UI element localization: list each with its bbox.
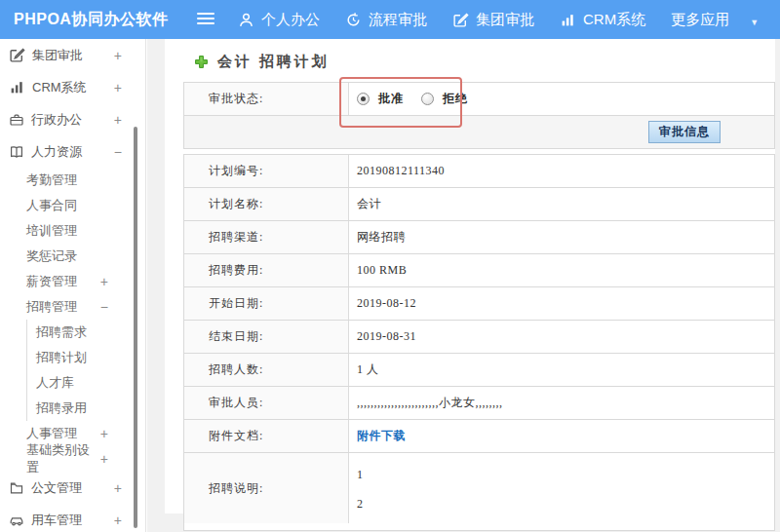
sidebar-item-recruit-demand[interactable]: 招聘需求 (26, 320, 145, 345)
radio-label: 批准 (378, 91, 404, 107)
expand-toggle-icon[interactable]: − (114, 144, 145, 160)
field-value: 1 人 (357, 361, 379, 378)
expand-toggle-icon[interactable]: + (114, 48, 145, 63)
car-icon (9, 513, 24, 528)
user-icon (238, 12, 254, 28)
field-row-plan-number: 计划编号:20190812111340 (184, 155, 774, 187)
sidebar-item-label: 公文管理 (31, 479, 82, 497)
field-label: 招聘费用: (184, 254, 349, 286)
field-value: ,,,,,,,,,,,,,,,,,,,,,,,,小龙女,,,,,,,, (357, 395, 503, 411)
top-menu: 个人办公流程审批集团审批CRM系统更多应用▼ (238, 0, 759, 39)
main-area: 会计 招聘计划 审批状态: 批准 拒绝 审批信息 (147, 39, 780, 532)
approval-info-button[interactable]: 审批信息 (648, 121, 721, 143)
approval-button-row: 审批信息 (184, 115, 774, 148)
sidebar-item-reward-punish[interactable]: 奖惩记录 (0, 244, 145, 269)
sidebar-item-label: 人事管理 (26, 425, 77, 442)
field-value: 2019-08-12 (357, 296, 416, 311)
sidebar-item-label: 人才库 (36, 374, 74, 392)
field-row-start-date: 开始日期:2019-08-12 (184, 286, 774, 320)
field-label: 附件文档: (184, 420, 349, 452)
sidebar-item-talent-pool[interactable]: 人才库 (26, 370, 145, 396)
field-value-cell: 网络招聘 (349, 221, 774, 253)
approval-status-row: 审批状态: 批准 拒绝 (184, 83, 774, 115)
expand-toggle-icon[interactable]: + (114, 513, 145, 528)
field-value-cell: 100 RMB (349, 254, 774, 286)
expand-toggle-icon[interactable]: + (100, 426, 145, 441)
nav-item-group-approval[interactable]: 集团审批 (452, 11, 534, 29)
sidebar-item-label: 招聘需求 (36, 323, 87, 341)
sidebar-item-crm-system[interactable]: CRM系统+ (0, 71, 145, 103)
radio-icon[interactable] (421, 93, 434, 105)
nav-item-label: 集团审批 (476, 11, 534, 29)
attachment-download-link[interactable]: 附件下载 (357, 428, 406, 444)
sidebar-item-human-resources[interactable]: 人力资源− (0, 135, 145, 168)
process-icon (345, 12, 362, 28)
sidebar-item-base-category[interactable]: 基础类别设置+ (0, 446, 145, 472)
sidebar-item-label: 人力资源 (31, 143, 82, 161)
field-label: 招聘说明: (184, 453, 349, 523)
sidebar-item-training-mgmt[interactable]: 培训管理 (0, 218, 145, 244)
edit-square-icon (9, 47, 25, 63)
sidebar-item-recruit-plan[interactable]: 招聘计划 (26, 345, 145, 370)
field-label: 审批状态: (184, 83, 349, 115)
expand-toggle-icon[interactable]: + (100, 451, 145, 467)
field-row-approvers: 审批人员:,,,,,,,,,,,,,,,,,,,,,,,,小龙女,,,,,,,, (184, 386, 774, 419)
field-label: 审批人员: (184, 387, 349, 419)
sidebar-item-label: 行政办公 (31, 111, 82, 129)
sidebar-item-label: 招聘录用 (36, 399, 87, 417)
menu-toggle-icon[interactable] (197, 13, 214, 26)
field-label: 结束日期: (184, 321, 349, 353)
field-value: 100 RMB (357, 263, 407, 278)
nav-item-label: 更多应用 (671, 11, 729, 29)
field-row-recruit-note: 招聘说明:1 2 (184, 452, 774, 530)
sidebar-item-recruit-hire[interactable]: 招聘录用 (26, 396, 145, 421)
field-value-cell: 1 人 (349, 354, 774, 386)
expand-toggle-icon[interactable]: + (114, 112, 145, 128)
edit-square-icon (452, 12, 469, 28)
sidebar-item-group-approval[interactable]: 集团审批+ (0, 39, 145, 71)
field-row-end-date: 结束日期:2019-08-31 (184, 320, 774, 353)
nav-item-label: 个人办公 (261, 11, 320, 29)
sidebar-item-label: 集团审批 (32, 47, 83, 64)
page-title: 会计 招聘计划 (194, 53, 330, 71)
nav-item-more-apps[interactable]: 更多应用▼ (671, 11, 759, 29)
field-value: 会计 (357, 196, 381, 212)
reject-radio-option[interactable]: 拒绝 (421, 91, 468, 107)
field-row-recruit-cost: 招聘费用:100 RMB (184, 253, 774, 286)
nav-item-process-approval[interactable]: 流程审批 (345, 11, 427, 29)
field-label: 计划名称: (184, 188, 349, 220)
approval-table: 审批状态: 批准 拒绝 审批信息 (183, 82, 775, 149)
book-icon (9, 144, 24, 160)
detail-table: 计划编号:20190812111340计划名称:会计招聘渠道:网络招聘招聘费用:… (183, 154, 775, 531)
approve-radio-option[interactable]: 批准 (357, 91, 404, 107)
app-title: PHPOA协同办公软件 (14, 0, 168, 39)
sidebar-item-attendance-mgmt[interactable]: 考勤管理 (0, 168, 145, 193)
field-label: 计划编号: (184, 155, 349, 187)
sidebar-item-label: 招聘管理 (26, 298, 77, 316)
expand-toggle-icon[interactable]: + (100, 274, 145, 289)
radio-icon[interactable] (357, 93, 370, 105)
nav-item-crm-system[interactable]: CRM系统 (560, 11, 645, 29)
sidebar-item-label: 考勤管理 (26, 171, 77, 189)
sidebar-item-label: 招聘计划 (36, 349, 87, 366)
sidebar-item-admin-office[interactable]: 行政办公+ (0, 103, 145, 135)
nav-item-personal-office[interactable]: 个人办公 (238, 11, 320, 29)
sidebar-item-hr-contract[interactable]: 人事合同 (0, 193, 145, 218)
sidebar-scrollbar[interactable] (134, 127, 137, 528)
top-navbar: PHPOA协同办公软件 个人办公流程审批集团审批CRM系统更多应用▼ (0, 0, 780, 39)
expand-toggle-icon[interactable]: − (100, 299, 145, 315)
expand-toggle-icon[interactable]: + (114, 80, 145, 95)
sidebar-item-vehicle-mgmt[interactable]: 用车管理+ (0, 504, 145, 532)
expand-toggle-icon[interactable]: + (114, 480, 145, 496)
sidebar-item-label: 薪资管理 (26, 273, 77, 290)
sidebar-item-label: 培训管理 (26, 222, 77, 240)
document-icon (9, 480, 24, 496)
sidebar-item-label: 人事合同 (26, 197, 77, 214)
caret-down-icon: ▼ (736, 12, 759, 28)
field-value: 网络招聘 (357, 229, 406, 246)
field-row-plan-name: 计划名称:会计 (184, 187, 774, 220)
field-label: 招聘渠道: (184, 221, 349, 253)
sidebar-item-label: 用车管理 (31, 512, 82, 529)
sidebar-item-recruit-mgmt[interactable]: 招聘管理− (0, 294, 145, 320)
sidebar-item-salary-mgmt[interactable]: 薪资管理+ (0, 269, 145, 294)
